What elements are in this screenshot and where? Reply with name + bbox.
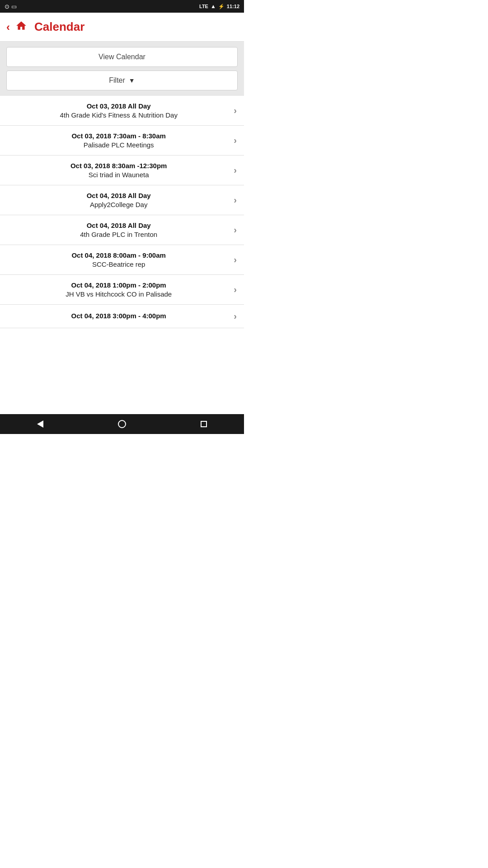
event-title: SCC-Beatrice rep — [7, 260, 230, 268]
status-left-icons: ⊙ ▭ — [5, 3, 17, 10]
event-datetime: Oct 04, 2018 8:00am - 9:00am — [7, 251, 230, 259]
events-list: Oct 03, 2018 All Day4th Grade Kid's Fitn… — [0, 96, 244, 429]
filter-button[interactable]: Filter ▼ — [6, 71, 238, 90]
nav-home-icon — [118, 420, 126, 428]
nav-home-button[interactable] — [107, 416, 137, 432]
nav-bar — [0, 414, 244, 434]
status-right-icons: LTE ▲ ⚡ 11:12 — [199, 3, 239, 9]
event-item[interactable]: Oct 04, 2018 1:00pm - 2:00pmJH VB vs Hit… — [0, 275, 244, 305]
nav-back-icon — [37, 420, 43, 428]
event-item[interactable]: Oct 04, 2018 3:00pm - 4:00pm› — [0, 305, 244, 328]
sd-icon: ▭ — [11, 3, 17, 10]
view-calendar-button[interactable]: View Calendar — [6, 47, 238, 67]
chevron-right-icon: › — [234, 135, 237, 146]
chevron-right-icon: › — [234, 311, 237, 321]
event-item[interactable]: Oct 04, 2018 All DayApply2College Day› — [0, 185, 244, 215]
event-title: 4th Grade PLC in Trenton — [7, 231, 230, 238]
sim-icon: ⊙ — [5, 3, 9, 10]
page-title: Calendar — [34, 20, 84, 34]
event-datetime: Oct 04, 2018 All Day — [7, 192, 230, 199]
clock: 11:12 — [227, 4, 239, 9]
event-content: Oct 04, 2018 3:00pm - 4:00pm — [7, 312, 230, 321]
event-content: Oct 04, 2018 8:00am - 9:00amSCC-Beatrice… — [7, 251, 230, 268]
event-content: Oct 03, 2018 All Day4th Grade Kid's Fitn… — [7, 102, 230, 119]
event-content: Oct 04, 2018 All Day4th Grade PLC in Tre… — [7, 222, 230, 238]
battery-icon: ⚡ — [218, 4, 225, 9]
event-item[interactable]: Oct 03, 2018 All Day4th Grade Kid's Fitn… — [0, 96, 244, 126]
event-title: JH VB vs Hitchcock CO in Palisade — [7, 290, 230, 298]
filter-dropdown-icon: ▼ — [129, 77, 135, 84]
home-button[interactable] — [15, 20, 27, 34]
event-content: Oct 04, 2018 All DayApply2College Day — [7, 192, 230, 208]
event-datetime: Oct 03, 2018 All Day — [7, 102, 230, 110]
event-title: Palisade PLC Meetings — [7, 141, 230, 149]
nav-back-button[interactable] — [26, 417, 54, 431]
event-datetime: Oct 03, 2018 7:30am - 8:30am — [7, 132, 230, 140]
toolbar: View Calendar Filter ▼ — [0, 42, 244, 96]
signal-icon: ▲ — [211, 3, 216, 9]
event-content: Oct 03, 2018 8:30am -12:30pmSci triad in… — [7, 162, 230, 179]
event-item[interactable]: Oct 04, 2018 8:00am - 9:00amSCC-Beatrice… — [0, 245, 244, 275]
event-datetime: Oct 04, 2018 All Day — [7, 222, 230, 229]
event-datetime: Oct 04, 2018 3:00pm - 4:00pm — [7, 312, 230, 320]
event-datetime: Oct 04, 2018 1:00pm - 2:00pm — [7, 281, 230, 289]
nav-recents-icon — [201, 421, 207, 427]
nav-recents-button[interactable] — [190, 417, 218, 431]
chevron-right-icon: › — [234, 225, 237, 235]
event-item[interactable]: Oct 03, 2018 8:30am -12:30pmSci triad in… — [0, 156, 244, 185]
event-item[interactable]: Oct 04, 2018 All Day4th Grade PLC in Tre… — [0, 215, 244, 245]
header: ‹ Calendar — [0, 13, 244, 42]
chevron-right-icon: › — [234, 165, 237, 175]
event-title: Apply2College Day — [7, 201, 230, 208]
chevron-right-icon: › — [234, 195, 237, 205]
event-datetime: Oct 03, 2018 8:30am -12:30pm — [7, 162, 230, 170]
chevron-right-icon: › — [234, 284, 237, 295]
event-title: Sci triad in Wauneta — [7, 171, 230, 179]
back-button[interactable]: ‹ — [6, 21, 10, 33]
event-item[interactable]: Oct 03, 2018 7:30am - 8:30amPalisade PLC… — [0, 126, 244, 156]
event-content: Oct 03, 2018 7:30am - 8:30amPalisade PLC… — [7, 132, 230, 149]
lte-label: LTE — [199, 4, 208, 9]
event-title: 4th Grade Kid's Fitness & Nutrition Day — [7, 111, 230, 119]
event-content: Oct 04, 2018 1:00pm - 2:00pmJH VB vs Hit… — [7, 281, 230, 298]
chevron-right-icon: › — [234, 105, 237, 116]
chevron-right-icon: › — [234, 255, 237, 265]
status-bar: ⊙ ▭ LTE ▲ ⚡ 11:12 — [0, 0, 244, 13]
